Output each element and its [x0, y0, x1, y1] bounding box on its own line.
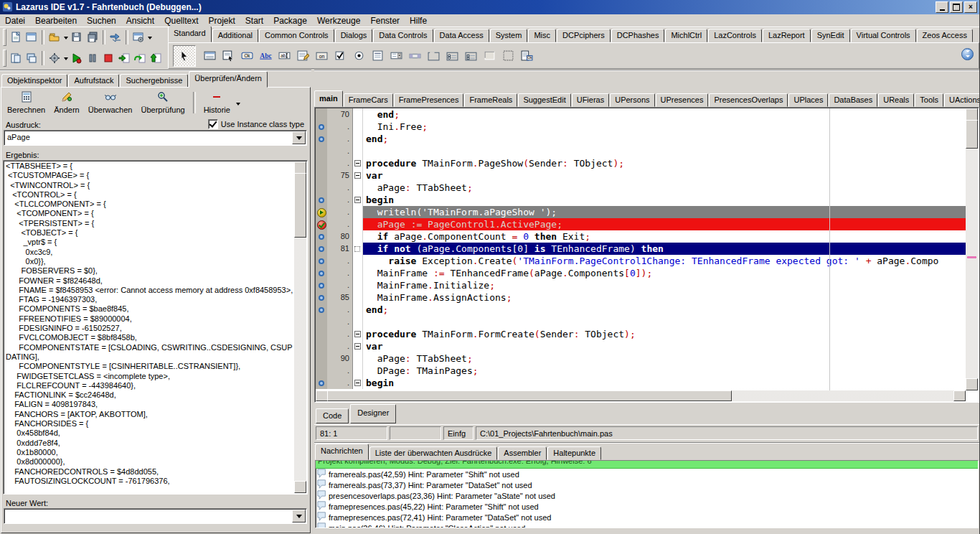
palette-tab-virtual-controls[interactable]: Virtual Controls — [851, 29, 916, 42]
gutter-line-number[interactable]: . — [327, 133, 353, 145]
messages-tab-liste-der-berwachten-ausdr-cke[interactable]: Liste der überwachten Ausdrücke — [369, 446, 498, 460]
tcombobox-tool-icon[interactable] — [387, 47, 405, 65]
fold-collapse-icon[interactable] — [354, 197, 361, 203]
menu-suchen[interactable]: Suchen — [82, 15, 121, 27]
gutter-marker-cell[interactable] — [316, 230, 327, 243]
expression-combobox[interactable]: aPage — [4, 130, 307, 146]
gutter-marker-cell[interactable] — [316, 108, 327, 121]
view-units-icon[interactable] — [8, 50, 24, 66]
scroll-up-icon[interactable] — [966, 108, 978, 121]
gutter-marker-cell[interactable] — [316, 291, 327, 304]
palette-tab-standard[interactable]: Standard — [168, 27, 212, 42]
run-icon[interactable] — [69, 50, 85, 66]
view-forms-icon[interactable] — [24, 50, 39, 66]
gutter-line-number[interactable]: 70 — [327, 108, 353, 121]
code-text[interactable] — [363, 316, 966, 328]
gutter-line-number[interactable]: 75 — [327, 169, 353, 182]
code-line[interactable]: . MainFrame.Initialize; — [316, 279, 966, 291]
code-text[interactable]: aPage: TTabSheet; — [363, 352, 966, 365]
code-line[interactable]: .end; — [316, 133, 966, 145]
fold-collapse-icon[interactable] — [354, 343, 361, 350]
gutter-marker-cell[interactable] — [316, 316, 327, 328]
gutter-line-number[interactable]: 90 — [327, 352, 353, 365]
message-row[interactable]: main.pas(26,46) Hint: Parameter "CloseAc… — [316, 523, 978, 528]
gutter-fold-cell[interactable] — [353, 377, 363, 389]
menu-ansicht[interactable]: Ansicht — [121, 15, 159, 27]
code-text[interactable]: aPage: TTabSheet; — [363, 182, 966, 194]
menu-bearbeiten[interactable]: Bearbeiten — [30, 15, 82, 27]
scroll-thumb[interactable] — [966, 120, 978, 149]
code-view[interactable]: 70 end;. Ini.Free;.end;..procedure TMain… — [314, 107, 979, 403]
tlabel-tool-icon[interactable]: Abc — [256, 47, 275, 65]
code-text[interactable]: begin — [363, 377, 966, 389]
berwachen-button[interactable]: Überwachen — [84, 89, 137, 116]
main-dropdown-icon[interactable] — [62, 29, 69, 45]
gutter-marker-cell[interactable] — [316, 169, 327, 182]
gutter-marker-cell[interactable] — [316, 377, 327, 389]
code-line[interactable]: . DPage: TMainPages; — [316, 365, 966, 377]
expression-dropdown-icon[interactable] — [292, 131, 306, 144]
palette-tab-data-controls[interactable]: Data Controls — [373, 29, 433, 42]
new-form-icon[interactable] — [24, 29, 39, 45]
tscrollbar-tool-icon[interactable] — [405, 47, 424, 65]
message-row[interactable]: framereals.pas(73,37) Hint: Parameter "D… — [316, 479, 978, 490]
gutter-line-number[interactable]: 85 — [327, 291, 353, 304]
gutter-line-number[interactable]: 81 — [327, 243, 353, 255]
code-line[interactable]: .var — [316, 340, 966, 352]
use-instance-checkbox[interactable] — [208, 119, 218, 129]
tradiogroup-tool-icon[interactable] — [443, 47, 461, 65]
gutter-fold-cell[interactable] — [353, 279, 363, 291]
code-line[interactable]: .procedure TMainForm.FormCreate(Sender: … — [316, 328, 966, 340]
code-text[interactable]: end; — [363, 304, 966, 316]
gutter-fold-cell[interactable] — [353, 352, 363, 365]
code-text[interactable] — [363, 145, 966, 157]
code-line[interactable]: 80 if aPage.ComponentCount = 0 then Exit… — [316, 230, 966, 243]
gutter-fold-cell[interactable] — [353, 194, 363, 206]
editor-tab-upresences[interactable]: UPresences — [656, 93, 709, 107]
gutter-line-number[interactable]: . — [327, 145, 353, 157]
gutter-marker-cell[interactable] — [316, 145, 327, 157]
message-row[interactable]: framepresences.pas(72,41) Hint: Paramete… — [316, 512, 978, 523]
tframe-tool-icon[interactable] — [499, 47, 517, 65]
messages-tab-haltepunkte[interactable]: Haltepunkte — [547, 446, 601, 460]
cursor-tool-selected[interactable] — [173, 45, 196, 67]
gutter-marker-cell[interactable] — [316, 243, 327, 255]
step-out-icon[interactable] — [148, 50, 164, 66]
palette-tab-lazcontrols[interactable]: LazControls — [708, 29, 762, 42]
tpanel-tool-icon[interactable] — [480, 47, 499, 65]
gutter-marker-cell[interactable] — [316, 255, 327, 267]
inspector-tab-suchergebnisse[interactable]: Suchergebnisse — [120, 74, 188, 88]
gutter-line-number[interactable]: 80 — [327, 230, 353, 243]
gutter-line-number[interactable]: . — [327, 377, 353, 389]
code-text[interactable]: writeln('TMainForm.aPageShow '); — [363, 206, 966, 218]
menu-hilfe[interactable]: Hilfe — [405, 15, 432, 27]
messages-tab-nachrichten[interactable]: Nachrichten — [315, 444, 369, 460]
gutter-fold-cell[interactable] — [353, 108, 363, 121]
main-dropdown-icon[interactable] — [146, 29, 153, 45]
fold-collapse-icon[interactable] — [354, 380, 361, 386]
open-icon[interactable] — [47, 29, 62, 45]
gutter-marker-cell[interactable] — [316, 133, 327, 145]
code-text[interactable]: MainFrame := TEnhancedFrame(aPage.Compon… — [363, 267, 966, 279]
berechnen-button[interactable]: Berechnen — [3, 89, 50, 116]
code-text[interactable]: MainFrame.Initialize; — [363, 279, 966, 291]
scroll-thumb[interactable] — [294, 173, 306, 238]
gutter-line-number[interactable]: . — [327, 218, 353, 230]
toolbar-grip[interactable] — [3, 50, 6, 67]
code-line[interactable]: . aPage := PageControl1.ActivePage; — [316, 218, 966, 230]
gutter-marker-cell[interactable] — [316, 206, 327, 218]
code-text[interactable]: procedure TMainForm.PageShow(Sender: TOb… — [363, 157, 966, 169]
editor-tab-presencesoverlaps[interactable]: PresencesOverlaps — [709, 93, 788, 107]
gutter-line-number[interactable]: . — [327, 182, 353, 194]
palette-tab-lazreport[interactable]: LazReport — [763, 29, 811, 42]
gutter-fold-cell[interactable] — [353, 291, 363, 304]
historie-dropdown-icon[interactable] — [235, 92, 242, 113]
pause-icon[interactable] — [85, 50, 100, 66]
use-instance-checkbox-row[interactable]: Use Instance class type — [208, 119, 304, 129]
gutter-line-number[interactable]: . — [327, 157, 353, 169]
editor-tab-suggestedit[interactable]: SuggestEdit — [518, 93, 570, 107]
gutter-fold-cell[interactable] — [353, 304, 363, 316]
tcheckgroup-tool-icon[interactable] — [461, 47, 480, 65]
toolbar-grip[interactable] — [3, 29, 6, 46]
gutter-line-number[interactable]: . — [327, 194, 353, 206]
